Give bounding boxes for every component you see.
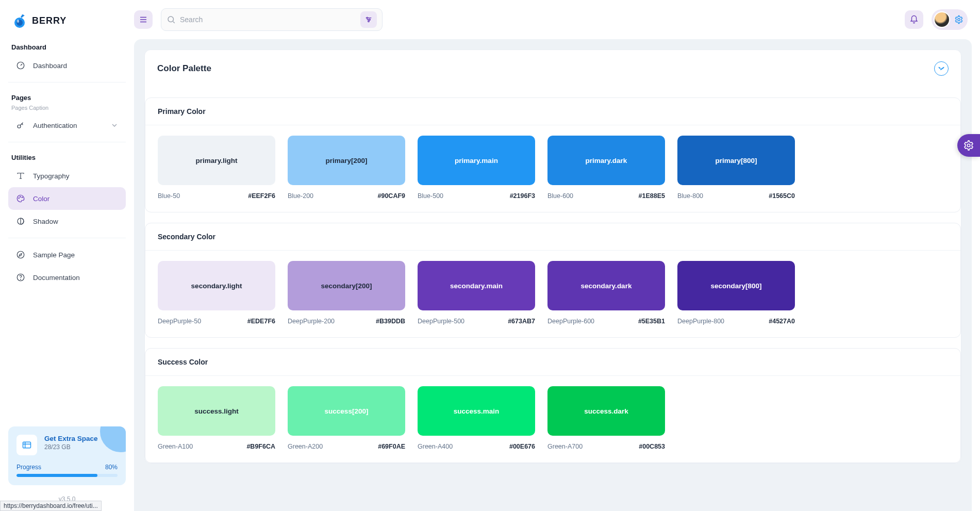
swatch-name: DeepPurple-200 (288, 318, 335, 325)
swatch-name: DeepPurple-500 (418, 318, 464, 325)
shadow-icon (15, 216, 26, 226)
color-swatch[interactable]: success.darkGreen-A700#00C853 (547, 386, 665, 450)
svg-point-5 (18, 125, 21, 128)
swatch-name: Blue-600 (547, 192, 573, 200)
storage-upgrade-card[interactable]: Get Extra Space 28/23 GB Progress 80% (8, 426, 126, 485)
progress-label: Progress (16, 464, 41, 471)
sidebar-item-label: Authentication (33, 122, 77, 129)
storage-icon (16, 435, 37, 455)
topbar (134, 0, 980, 39)
gear-icon (963, 140, 974, 151)
filter-button[interactable] (360, 11, 377, 28)
color-swatch[interactable]: secondary[800]DeepPurple-800#4527A0 (677, 261, 795, 325)
palette-icon (15, 193, 26, 204)
swatch-name: Blue-500 (418, 192, 443, 200)
swatch-box: primary.dark (547, 136, 665, 185)
divider (8, 238, 126, 238)
color-swatch[interactable]: secondary.lightDeepPurple-50#EDE7F6 (158, 261, 275, 325)
profile-button[interactable] (932, 9, 968, 30)
color-swatch[interactable]: primary.mainBlue-500#2196F3 (418, 136, 535, 200)
avatar (934, 11, 950, 28)
swatch-box: primary.light (158, 136, 275, 185)
storage-title: Get Extra Space (44, 435, 98, 442)
sidebar-item-color[interactable]: Color (8, 187, 126, 210)
swatch-name: Green-A700 (547, 443, 583, 450)
swatch-hex: #00E676 (509, 443, 535, 450)
sidebar-item-documentation[interactable]: Documentation (8, 266, 126, 289)
color-swatch[interactable]: secondary.darkDeepPurple-600#5E35B1 (547, 261, 665, 325)
nav-section-caption: Pages Caption (8, 105, 126, 114)
bell-icon (909, 15, 919, 24)
color-swatch[interactable]: primary.darkBlue-600#1E88E5 (547, 136, 665, 200)
swatch-name: Blue-200 (288, 192, 313, 200)
filter-icon (364, 15, 373, 24)
swatch-hex: #69F0AE (378, 443, 405, 450)
swatch-meta: Green-A700#00C853 (547, 443, 665, 450)
swatch-name: Green-A400 (418, 443, 453, 450)
swatch-meta: DeepPurple-800#4527A0 (677, 318, 795, 325)
sidebar-item-dashboard[interactable]: Dashboard (8, 54, 126, 77)
swatch-hex: #4527A0 (769, 318, 795, 325)
swatch-name: Blue-50 (158, 192, 180, 200)
color-swatch[interactable]: success.lightGreen-A100#B9F6CA (158, 386, 275, 450)
swatch-box: secondary[800] (677, 261, 795, 310)
color-swatch[interactable]: success[200]Green-A200#69F0AE (288, 386, 405, 450)
svg-point-15 (367, 17, 368, 19)
color-swatch[interactable]: primary[200]Blue-200#90CAF9 (288, 136, 405, 200)
logo[interactable]: BERRY (8, 0, 126, 37)
swatch-hex: #00C853 (639, 443, 665, 450)
swatch-meta: DeepPurple-50#EDE7F6 (158, 318, 275, 325)
search-input[interactable] (176, 15, 360, 24)
menu-toggle-button[interactable] (134, 10, 153, 29)
svg-rect-13 (23, 442, 31, 448)
swatch-name: DeepPurple-600 (547, 318, 594, 325)
sidebar-item-label: Sample Page (33, 251, 75, 259)
svg-point-8 (22, 197, 23, 198)
swatch-box: success[200] (288, 386, 405, 436)
svg-point-10 (17, 251, 24, 258)
storage-subtitle: 28/23 GB (44, 443, 98, 451)
svg-point-14 (168, 17, 174, 22)
sidebar: BERRY Dashboard Dashboard Pages Pages Ca… (0, 0, 134, 511)
svg-point-19 (967, 144, 970, 147)
page-title: Color Palette (157, 63, 211, 74)
divider (8, 142, 126, 142)
svg-point-17 (368, 21, 370, 22)
gear-icon (954, 15, 964, 24)
color-swatch[interactable]: secondary[200]DeepPurple-200#B39DDB (288, 261, 405, 325)
theme-settings-button[interactable] (957, 134, 980, 157)
sidebar-item-sample-page[interactable]: Sample Page (8, 243, 126, 266)
section-title: Success Color (145, 349, 960, 376)
color-section-success: Success Colorsuccess.lightGreen-A100#B9F… (145, 348, 961, 463)
progress-percent: 80% (105, 464, 118, 471)
mui-icon (938, 65, 945, 72)
color-swatch[interactable]: success.mainGreen-A400#00E676 (418, 386, 535, 450)
swatch-hex: #1565C0 (769, 192, 795, 200)
sidebar-item-typography[interactable]: Typography (8, 164, 126, 187)
content: Color Palette Primary Colorprimary.light… (134, 39, 972, 511)
search-box[interactable] (161, 8, 383, 31)
svg-point-18 (958, 19, 960, 21)
swatch-meta: Blue-600#1E88E5 (547, 192, 665, 200)
help-icon (15, 272, 26, 283)
swatch-hex: #B39DDB (376, 318, 405, 325)
color-swatch[interactable]: primary.lightBlue-50#EEF2F6 (158, 136, 275, 200)
swatch-box: success.light (158, 386, 275, 436)
swatch-name: DeepPurple-50 (158, 318, 201, 325)
swatch-box: secondary[200] (288, 261, 405, 310)
swatch-box: secondary.dark (547, 261, 665, 310)
swatch-meta: DeepPurple-200#B39DDB (288, 318, 405, 325)
svg-point-2 (17, 20, 19, 23)
swatch-meta: Blue-50#EEF2F6 (158, 192, 275, 200)
sidebar-item-shadow[interactable]: Shadow (8, 210, 126, 233)
color-swatch[interactable]: secondary.mainDeepPurple-500#673AB7 (418, 261, 535, 325)
swatch-box: success.main (418, 386, 535, 436)
swatch-meta: Green-A400#00E676 (418, 443, 535, 450)
swatch-name: Blue-800 (677, 192, 703, 200)
sidebar-item-authentication[interactable]: Authentication (8, 114, 126, 137)
mui-docs-link[interactable] (934, 61, 949, 76)
notifications-button[interactable] (905, 10, 923, 29)
color-swatch[interactable]: primary[800]Blue-800#1565C0 (677, 136, 795, 200)
swatch-hex: #2196F3 (510, 192, 535, 200)
divider (8, 82, 126, 83)
